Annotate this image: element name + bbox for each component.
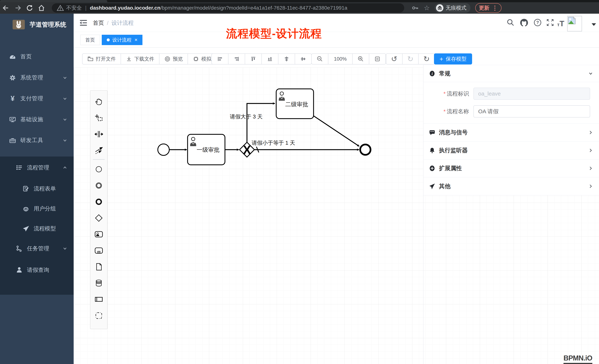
- flow-label-gt3[interactable]: 请假大于 3 天: [229, 114, 263, 119]
- sidebar-item-label: 任务管理: [27, 245, 49, 252]
- zoom-reset-button[interactable]: [369, 54, 386, 64]
- back-button[interactable]: [0, 3, 12, 13]
- incognito-icon: [436, 4, 443, 12]
- align-center-vertical-button[interactable]: [295, 54, 311, 64]
- toolbox-icon: [9, 137, 16, 144]
- tab-home[interactable]: 首页: [80, 35, 100, 45]
- chrome-update-button[interactable]: 更新 ⋮: [475, 3, 502, 13]
- flow-gateway-to-task2[interactable]: [247, 103, 275, 142]
- chevron-right-icon: [588, 166, 593, 171]
- designer-toolbar: 打开文件 下载文件 预览 模拟 100%: [74, 48, 599, 68]
- sidebar-item-infra[interactable]: 基础设施: [0, 109, 74, 130]
- sidebar-item-task-mgmt[interactable]: 任务管理: [0, 239, 74, 258]
- download-file-button[interactable]: 下载文件: [121, 54, 159, 64]
- flow-label-le1[interactable]: 请假小于等于 1 天: [251, 140, 295, 146]
- task-level1-label: 一级审批: [197, 146, 220, 153]
- align-button-group: [211, 53, 312, 65]
- insecure-warning-icon: [57, 4, 64, 12]
- tab-design-process[interactable]: 设计流程 ×: [102, 35, 142, 45]
- align-top-button[interactable]: [245, 54, 261, 64]
- sidebar: 芋道管理系统 首页 系统管理 ¥ 支付管理 基础设施 研发工具 工作: [0, 14, 74, 364]
- sidebar-item-label: 请假查询: [27, 266, 49, 274]
- github-icon[interactable]: [520, 18, 529, 27]
- flow-task2-to-end[interactable]: [314, 116, 359, 146]
- app-logo-row[interactable]: 芋道管理系统: [0, 16, 74, 33]
- fullscreen-icon[interactable]: [546, 18, 555, 27]
- sidebar-item-process-form[interactable]: 流程表单: [0, 179, 74, 198]
- annotation-title: 流程模型-设计流程: [226, 26, 322, 41]
- chat-icon: [429, 129, 435, 136]
- password-key-icon[interactable]: [412, 4, 419, 12]
- avatar[interactable]: [567, 16, 582, 31]
- process-name-input[interactable]: [473, 105, 590, 118]
- section-extended-properties[interactable]: 扩展属性: [423, 160, 599, 177]
- document-edit-icon: [22, 185, 30, 192]
- search-icon[interactable]: [506, 18, 515, 27]
- chevron-down-icon: [62, 96, 68, 102]
- sidebar-item-label: 支付管理: [20, 95, 43, 102]
- form-row-process-key: *流程标识: [427, 88, 590, 100]
- restart-button[interactable]: ↻: [418, 54, 435, 64]
- breadcrumb-separator: /: [107, 20, 108, 26]
- update-label: 更新: [479, 4, 489, 11]
- chevron-down-icon: [62, 246, 68, 251]
- incognito-label: 无痕模式: [446, 4, 466, 11]
- zoom-out-button[interactable]: [312, 54, 328, 64]
- monitor-icon: [9, 116, 16, 123]
- tab-close-icon[interactable]: ×: [134, 37, 137, 42]
- url-path: /bpm/manager/model/design?modelId=e4a1a1…: [160, 5, 347, 11]
- align-center-horizontal-button[interactable]: [278, 54, 295, 64]
- section-general[interactable]: i 常规: [423, 65, 599, 82]
- avatar-caret-icon[interactable]: [592, 23, 596, 26]
- browser-menu-icon[interactable]: ⋮: [492, 4, 498, 11]
- undo-button[interactable]: ↺: [386, 54, 402, 64]
- section-message-signal[interactable]: 消息与信号: [423, 124, 599, 142]
- breadcrumb-home[interactable]: 首页: [93, 19, 104, 27]
- plus-icon: +: [440, 55, 443, 63]
- align-bottom-button[interactable]: [261, 54, 278, 64]
- zoom-level: 100%: [328, 54, 352, 64]
- browser-active-tab[interactable]: [0, 0, 107, 2]
- sidebar-item-payment[interactable]: ¥ 支付管理: [0, 88, 74, 109]
- section-execution-listener[interactable]: 执行监听器: [423, 142, 599, 160]
- svg-text:i: i: [432, 71, 433, 76]
- list-icon: [16, 164, 23, 171]
- preview-button[interactable]: 预览: [159, 54, 188, 64]
- sidebar-item-leave-query[interactable]: 请假查询: [0, 260, 74, 279]
- sidebar-item-process-model[interactable]: 流程模型: [0, 219, 74, 238]
- section-other[interactable]: 其他: [423, 177, 599, 195]
- open-file-button[interactable]: 打开文件: [82, 54, 121, 64]
- sidebar-item-label: 流程管理: [27, 164, 49, 171]
- bookmark-star-icon[interactable]: ☆: [424, 4, 430, 12]
- send-icon: [429, 183, 435, 189]
- sidebar-item-system[interactable]: 系统管理: [0, 67, 74, 88]
- sidebar-item-user-group[interactable]: 用户分组: [0, 199, 74, 218]
- process-key-input[interactable]: [473, 88, 590, 100]
- forward-button[interactable]: [12, 3, 24, 13]
- redo-button[interactable]: ↻: [402, 54, 418, 64]
- download-icon: [126, 56, 132, 62]
- align-right-button[interactable]: [228, 54, 245, 64]
- save-model-button[interactable]: + 保存模型: [434, 53, 472, 65]
- home-button[interactable]: [35, 3, 47, 13]
- sidebar-item-label: 系统管理: [20, 74, 43, 82]
- zoom-in-button[interactable]: [352, 54, 369, 64]
- sidebar-item-devtools[interactable]: 研发工具: [0, 130, 74, 151]
- align-left-button[interactable]: [212, 54, 228, 64]
- end-event[interactable]: [360, 144, 370, 155]
- form-row-process-name: *流程名称: [427, 105, 590, 118]
- folder-icon: [87, 56, 94, 62]
- font-size-icon[interactable]: тT: [557, 19, 564, 28]
- chevron-right-icon: [588, 130, 593, 135]
- start-event[interactable]: [158, 144, 169, 155]
- chevron-down-icon: [588, 71, 593, 76]
- reload-button[interactable]: [24, 3, 35, 13]
- plus-circle-icon: [429, 165, 435, 171]
- chevron-down-icon: [62, 75, 68, 81]
- help-icon[interactable]: ?: [533, 18, 542, 27]
- sidebar-item-home[interactable]: 首页: [0, 46, 74, 67]
- address-bar[interactable]: 不安全 | dashboard.yudao.iocoder.cn/bpm/man…: [52, 3, 404, 13]
- sidebar-item-process-mgmt[interactable]: 流程管理: [0, 158, 74, 177]
- sidebar-fold-icon[interactable]: [79, 19, 88, 27]
- sidebar-item-label: 研发工具: [20, 136, 43, 144]
